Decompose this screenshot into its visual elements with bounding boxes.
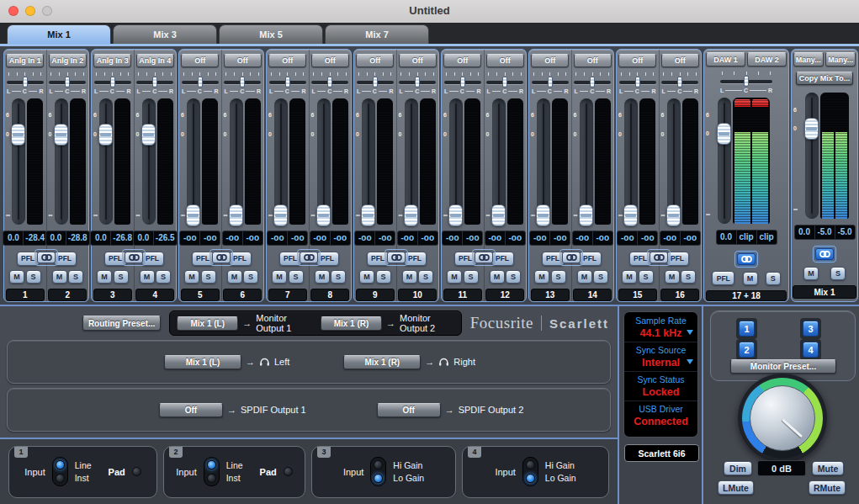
fader-thumb[interactable] xyxy=(186,204,200,226)
pan-track[interactable] xyxy=(661,77,698,88)
pan-track[interactable] xyxy=(136,77,173,88)
pan-thumb[interactable] xyxy=(502,77,507,88)
pan-thumb[interactable] xyxy=(110,77,115,88)
tab-mix-3[interactable]: Mix 3 xyxy=(113,24,217,44)
route-source-button[interactable]: Mix 1 (L) xyxy=(164,355,241,369)
right-mute-button[interactable]: RMute xyxy=(809,480,846,495)
channel-fader[interactable] xyxy=(230,98,243,225)
solo-button[interactable]: S xyxy=(114,270,129,284)
mute-button[interactable]: M xyxy=(97,270,112,284)
tab-mix-5[interactable]: Mix 5 xyxy=(219,24,323,44)
knob-face[interactable] xyxy=(750,385,815,451)
solo-button[interactable]: S xyxy=(551,270,566,284)
solo-button[interactable]: S xyxy=(243,270,258,284)
channel-fader[interactable] xyxy=(55,98,68,225)
pan-track[interactable] xyxy=(49,77,86,88)
pan-thumb[interactable] xyxy=(677,77,682,88)
pan-slider[interactable]: LCR xyxy=(619,72,656,95)
input-select-button[interactable]: Off xyxy=(531,54,569,67)
stereo-link-button[interactable] xyxy=(475,252,493,263)
solo-button[interactable]: S xyxy=(418,270,433,284)
fader-thumb[interactable] xyxy=(98,124,113,146)
channel-fader[interactable] xyxy=(317,98,331,225)
monitor-volume-knob[interactable] xyxy=(738,374,827,463)
stereo-link-button[interactable] xyxy=(737,253,756,265)
route-source-button[interactable]: Mix 1 (R) xyxy=(321,316,382,331)
pan-slider[interactable]: LCR xyxy=(444,72,481,95)
pan-slider[interactable]: LCR xyxy=(661,72,698,95)
channel-fader[interactable] xyxy=(492,98,506,225)
pan-slider[interactable]: LCR xyxy=(532,72,569,95)
fader-thumb[interactable] xyxy=(666,204,681,226)
pan-track[interactable] xyxy=(399,77,436,88)
fader-thumb[interactable] xyxy=(404,204,418,226)
mute-button[interactable]: M xyxy=(315,270,330,284)
pan-thumb[interactable] xyxy=(415,77,420,88)
channel-fader[interactable] xyxy=(99,98,113,225)
status-value[interactable]: Internal xyxy=(624,355,697,371)
solo-button[interactable]: S xyxy=(156,270,171,284)
monitor-output-4-button[interactable]: 4 xyxy=(803,342,819,358)
channel-fader[interactable] xyxy=(405,98,418,225)
mute-button[interactable]: M xyxy=(743,272,758,285)
solo-button[interactable]: S xyxy=(289,270,304,284)
channel-fader[interactable] xyxy=(449,98,463,225)
channel-fader[interactable] xyxy=(12,98,25,225)
input-select-button[interactable]: Off xyxy=(356,54,394,67)
pan-slider[interactable]: LCR xyxy=(7,72,44,95)
fader-thumb[interactable] xyxy=(448,204,463,226)
route-source-button[interactable]: Off xyxy=(159,403,223,417)
pan-thumb[interactable] xyxy=(285,77,290,88)
stereo-link-button[interactable] xyxy=(300,252,318,263)
solo-button[interactable]: S xyxy=(681,270,696,284)
solo-button[interactable]: S xyxy=(331,270,346,284)
monitor-output-3-button[interactable]: 3 xyxy=(803,321,819,337)
fader-thumb[interactable] xyxy=(491,204,506,226)
pan-track[interactable] xyxy=(224,77,261,88)
pan-thumb[interactable] xyxy=(373,77,378,88)
route-source-button[interactable]: Mix 1 (R) xyxy=(343,355,421,369)
input-select-button[interactable]: Off xyxy=(486,54,524,67)
fader-thumb[interactable] xyxy=(717,123,731,145)
dropdown-arrow-icon[interactable] xyxy=(687,330,693,335)
fader-thumb[interactable] xyxy=(579,204,593,226)
radio-line[interactable] xyxy=(56,460,65,470)
mute-button[interactable]: M xyxy=(622,270,637,284)
monitor-preset-button[interactable]: Monitor Preset... xyxy=(730,359,836,374)
radio-pad[interactable] xyxy=(132,467,141,476)
input-select-button[interactable]: Many... xyxy=(825,52,856,66)
radio-lo-gain[interactable] xyxy=(374,474,383,483)
mute-button[interactable]: M xyxy=(227,270,242,284)
input-select-button[interactable]: DAW 2 xyxy=(747,52,787,66)
pan-slider[interactable]: LCR xyxy=(720,72,772,94)
channel-fader[interactable] xyxy=(274,98,288,225)
channel-fader[interactable] xyxy=(718,98,731,224)
input-select-button[interactable]: Off xyxy=(618,54,656,67)
pan-slider[interactable]: LCR xyxy=(311,72,348,95)
pan-track[interactable] xyxy=(311,77,348,88)
solo-button[interactable]: S xyxy=(766,272,781,285)
fader-thumb[interactable] xyxy=(229,204,243,226)
channel-fader[interactable] xyxy=(537,98,550,225)
mute-button[interactable]: M xyxy=(9,270,24,284)
channel-fader[interactable] xyxy=(362,98,375,225)
fader-thumb[interactable] xyxy=(273,204,288,226)
channel-fader[interactable] xyxy=(187,98,200,225)
pan-slider[interactable]: LCR xyxy=(357,72,394,95)
tab-mix-7[interactable]: Mix 7 xyxy=(325,24,429,44)
channel-fader[interactable] xyxy=(142,98,156,225)
pan-slider[interactable]: LCR xyxy=(136,72,173,95)
mute-button[interactable]: M xyxy=(52,270,67,284)
fader-thumb[interactable] xyxy=(54,124,68,146)
pan-track[interactable] xyxy=(269,77,306,88)
dropdown-arrow-icon[interactable] xyxy=(687,359,693,364)
mute-button[interactable]: M xyxy=(272,270,287,284)
radio-lo-gain[interactable] xyxy=(526,474,535,483)
route-source-button[interactable]: Off xyxy=(377,403,441,417)
input-select-button[interactable]: DAW 1 xyxy=(706,52,745,66)
input-select-button[interactable]: Many... xyxy=(793,52,824,66)
fader-thumb[interactable] xyxy=(316,204,331,226)
fader-thumb[interactable] xyxy=(804,118,819,140)
stereo-link-button[interactable] xyxy=(212,252,231,263)
solo-button[interactable]: S xyxy=(68,270,83,284)
